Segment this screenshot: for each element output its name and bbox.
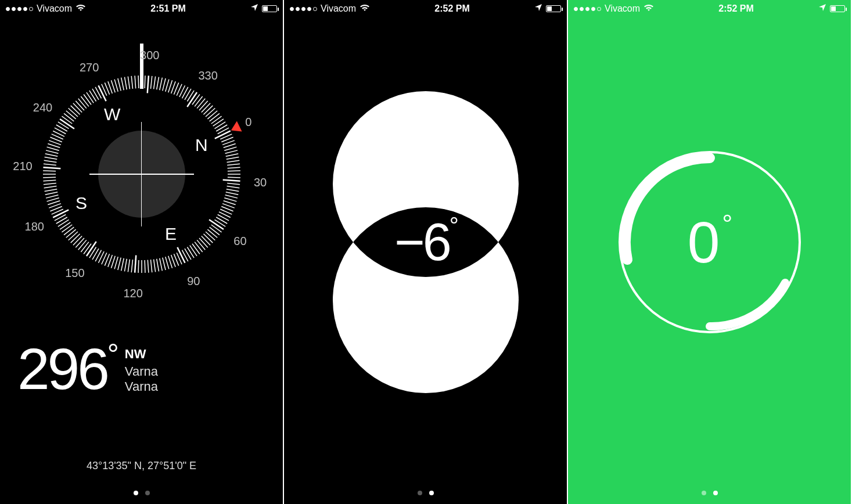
- svg-line-126: [73, 103, 81, 113]
- svg-line-33: [207, 229, 217, 237]
- compass-screen[interactable]: Vivacom 2:51 PM 030609012015018021024027…: [0, 0, 284, 504]
- svg-line-35: [203, 234, 213, 243]
- clock-label: 2:52 PM: [434, 3, 469, 14]
- heading-degrees: 296°: [17, 340, 117, 398]
- svg-line-32: [209, 227, 219, 235]
- svg-line-74: [89, 247, 96, 258]
- svg-line-82: [68, 232, 77, 240]
- svg-line-170: [201, 103, 210, 113]
- svg-line-56: [148, 260, 149, 273]
- wifi-icon: [360, 3, 370, 14]
- svg-line-166: [192, 94, 199, 105]
- page-dot[interactable]: [418, 491, 422, 495]
- coordinates-label: 43°13'35" N, 27°51'0" E: [0, 460, 283, 472]
- svg-line-146: [135, 75, 136, 88]
- svg-line-4: [223, 143, 235, 147]
- svg-line-141: [117, 78, 120, 91]
- page-dot[interactable]: [702, 491, 706, 495]
- svg-line-29: [214, 219, 225, 226]
- svg-line-149: [145, 75, 145, 88]
- svg-line-156: [165, 80, 168, 92]
- page-dot[interactable]: [713, 491, 718, 495]
- page-indicator[interactable]: [0, 491, 283, 495]
- svg-line-43: [185, 249, 191, 260]
- svg-line-7: [225, 154, 238, 157]
- signal-strength-icon: [574, 7, 601, 11]
- degree-label: 60: [233, 234, 246, 247]
- svg-line-109: [45, 154, 57, 157]
- svg-line-127: [76, 101, 84, 110]
- level-screen-tilted[interactable]: Vivacom 2:52 PM −6°: [284, 0, 568, 504]
- svg-line-88: [56, 217, 67, 224]
- svg-line-168: [197, 99, 205, 109]
- svg-line-45: [177, 247, 185, 263]
- svg-line-121: [62, 116, 72, 124]
- battery-icon: [262, 5, 277, 12]
- page-dot[interactable]: [134, 491, 138, 495]
- svg-line-107: [44, 160, 56, 162]
- svg-line-95: [46, 198, 59, 201]
- svg-line-142: [121, 78, 124, 91]
- svg-line-17: [227, 186, 239, 188]
- svg-line-22: [223, 201, 235, 205]
- svg-line-173: [207, 111, 217, 119]
- svg-line-28: [216, 217, 227, 224]
- degree-label: 270: [80, 60, 99, 74]
- location-icon: [250, 3, 258, 14]
- page-dot[interactable]: [429, 491, 434, 495]
- cardinal-label: E: [165, 224, 177, 244]
- svg-line-111: [46, 147, 59, 150]
- svg-line-41: [189, 246, 196, 256]
- compass-dial[interactable]: 0306090120150180210240270300330 NESW: [20, 52, 264, 296]
- svg-line-99: [44, 186, 56, 188]
- degree-label: 0: [245, 116, 251, 129]
- svg-line-133: [92, 89, 99, 100]
- svg-line-40: [192, 244, 199, 254]
- svg-line-18: [226, 189, 239, 192]
- cardinal-label: W: [104, 105, 120, 124]
- svg-line-152: [153, 77, 155, 89]
- svg-line-130: [84, 94, 91, 105]
- svg-line-39: [195, 242, 203, 252]
- svg-line-84: [64, 227, 74, 235]
- page-indicator[interactable]: [284, 491, 567, 495]
- battery-icon: [830, 5, 845, 12]
- svg-line-66: [114, 257, 118, 269]
- svg-line-118: [56, 125, 67, 131]
- tilt-degrees: −6°: [394, 212, 456, 272]
- svg-line-104: [43, 171, 56, 171]
- svg-line-97: [45, 192, 57, 195]
- degree-label: 240: [33, 101, 52, 114]
- svg-line-8: [226, 157, 239, 159]
- clock-label: 2:51 PM: [150, 3, 185, 14]
- svg-line-16: [227, 183, 240, 184]
- svg-line-167: [195, 96, 203, 106]
- svg-line-172: [205, 108, 214, 117]
- svg-line-37: [199, 238, 208, 247]
- battery-icon: [546, 5, 561, 12]
- svg-line-169: [199, 101, 208, 110]
- svg-line-38: [197, 240, 205, 250]
- svg-line-132: [89, 91, 96, 102]
- svg-line-21: [224, 198, 236, 201]
- svg-line-110: [46, 150, 58, 153]
- cardinal-label: S: [76, 193, 87, 213]
- svg-line-129: [81, 96, 89, 106]
- svg-line-14: [227, 177, 240, 178]
- svg-line-128: [78, 99, 86, 109]
- svg-line-55: [150, 260, 152, 272]
- svg-line-19: [225, 192, 238, 195]
- carrier-label: Vivacom: [605, 3, 640, 14]
- svg-line-108: [44, 157, 57, 159]
- level-screen-flat[interactable]: Vivacom 2:52 PM 0°: [568, 0, 852, 504]
- status-bar: Vivacom 2:52 PM: [284, 0, 567, 17]
- wifi-icon: [644, 3, 654, 14]
- svg-line-119: [57, 122, 69, 129]
- svg-line-112: [48, 143, 60, 147]
- svg-line-105: [43, 167, 60, 168]
- svg-line-151: [150, 76, 152, 89]
- page-indicator[interactable]: [568, 491, 851, 495]
- svg-line-81: [70, 234, 80, 243]
- page-dot[interactable]: [145, 491, 150, 495]
- svg-line-77: [81, 242, 89, 252]
